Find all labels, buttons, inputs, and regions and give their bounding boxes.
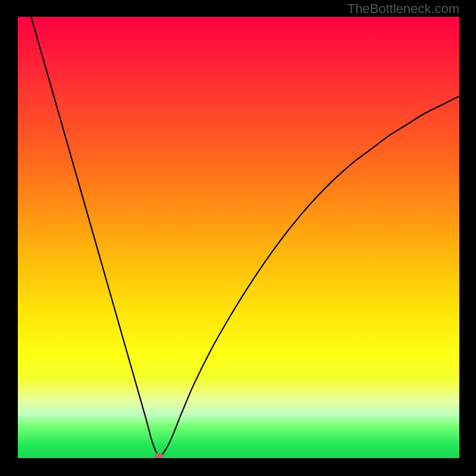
minimum-marker <box>155 453 163 458</box>
watermark-text: TheBottleneck.com <box>347 1 459 17</box>
plot-area <box>18 17 459 458</box>
bottleneck-curve <box>31 17 459 456</box>
curve-svg <box>18 17 459 458</box>
